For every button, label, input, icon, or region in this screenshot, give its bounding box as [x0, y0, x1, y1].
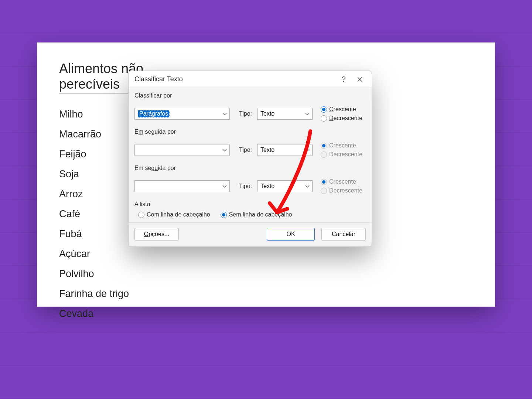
radio-label: Decrescente	[329, 187, 362, 194]
radio-descending-2[interactable]: Decrescente	[321, 151, 362, 158]
radio-label: Crescente	[329, 142, 356, 149]
radio-without-header[interactable]: Sem linha de cabeçalho	[221, 211, 292, 218]
chevron-down-icon	[305, 147, 310, 153]
radio-icon	[221, 212, 227, 218]
sortby-field-combo[interactable]: Parágrafos	[134, 108, 230, 120]
radio-icon	[321, 143, 327, 149]
section-label-sortby: Classificar por	[134, 92, 366, 99]
radio-label: Com linha de cabeçalho	[147, 211, 210, 218]
thenby1-field-combo[interactable]	[134, 144, 230, 156]
section-label-then2: Em seguida por	[134, 165, 366, 171]
sortby-type-combo[interactable]: Texto	[257, 108, 313, 120]
order-radios-3: Crescente Decrescente	[321, 178, 362, 194]
type-label: Tipo:	[235, 183, 252, 190]
list-item: Cevada	[59, 308, 473, 320]
sort-row-3: Tipo: Texto Crescente Decrescente	[134, 175, 366, 197]
chevron-down-icon	[222, 184, 227, 189]
button-label: Opções...	[144, 231, 169, 238]
sort-row-2: Tipo: Texto Crescente Decrescente	[134, 139, 366, 161]
radio-descending-3[interactable]: Decrescente	[321, 187, 362, 194]
radio-icon	[321, 106, 327, 113]
list-header-section: A lista Com linha de cabeçalho Sem linha…	[134, 201, 366, 218]
type-label: Tipo:	[235, 110, 252, 117]
radio-label: Decrescente	[329, 115, 362, 122]
chevron-down-icon	[222, 147, 227, 153]
radio-icon	[321, 151, 327, 158]
help-button[interactable]: ?	[335, 72, 352, 87]
list-item: Farinha de trigo	[59, 288, 473, 300]
radio-label: Sem linha de cabeçalho	[229, 211, 292, 218]
radio-label: Crescente	[329, 178, 356, 185]
cancel-button[interactable]: Cancelar	[321, 228, 366, 241]
combo-value: Texto	[260, 110, 274, 117]
thenby2-type-combo[interactable]: Texto	[257, 180, 313, 192]
combo-value: Parágrafos	[138, 110, 170, 117]
list-item: Polvilho	[59, 268, 473, 280]
thenby1-type-combo[interactable]: Texto	[257, 144, 313, 156]
chevron-down-icon	[305, 111, 310, 116]
radio-icon	[321, 179, 327, 185]
button-label: OK	[286, 231, 295, 238]
radio-label: Crescente	[329, 106, 356, 113]
radio-ascending-1[interactable]: Crescente	[321, 106, 362, 113]
close-button[interactable]	[352, 72, 368, 87]
combo-value: Texto	[260, 183, 274, 190]
chevron-down-icon	[305, 184, 310, 189]
thenby2-field-combo[interactable]	[134, 180, 230, 192]
section-label-then1: Em seguida por	[134, 129, 366, 135]
help-icon: ?	[341, 75, 345, 83]
order-radios-2: Crescente Decrescente	[321, 142, 362, 158]
dialog-titlebar: Classificar Texto ?	[129, 71, 372, 88]
radio-ascending-2[interactable]: Crescente	[321, 142, 362, 149]
ok-button[interactable]: OK	[267, 228, 315, 241]
sort-text-dialog: Classificar Texto ? Classificar por Pará…	[128, 71, 372, 247]
list-section-label: A lista	[134, 201, 366, 208]
radio-descending-1[interactable]: Decrescente	[321, 115, 362, 122]
radio-icon	[138, 212, 144, 218]
chevron-down-icon	[222, 111, 227, 116]
sort-row-1: Parágrafos Tipo: Texto Crescente Decresc…	[134, 103, 366, 125]
radio-icon	[321, 115, 327, 122]
radio-label: Decrescente	[329, 151, 362, 158]
dialog-footer: Opções... OK Cancelar	[129, 222, 372, 246]
dialog-title: Classificar Texto	[134, 75, 335, 83]
radio-ascending-3[interactable]: Crescente	[321, 178, 362, 185]
list-item: Açúcar	[59, 248, 473, 260]
button-label: Cancelar	[332, 231, 355, 238]
radio-icon	[321, 188, 327, 194]
options-button[interactable]: Opções...	[134, 228, 179, 241]
type-label: Tipo:	[235, 147, 252, 153]
close-icon	[357, 77, 362, 82]
order-radios-1: Crescente Decrescente	[321, 106, 362, 122]
list-header-radios: Com linha de cabeçalho Sem linha de cabe…	[138, 211, 366, 218]
dialog-body: Classificar por Parágrafos Tipo: Texto C…	[129, 88, 372, 221]
combo-value: Texto	[260, 147, 274, 153]
radio-with-header[interactable]: Com linha de cabeçalho	[138, 211, 210, 218]
